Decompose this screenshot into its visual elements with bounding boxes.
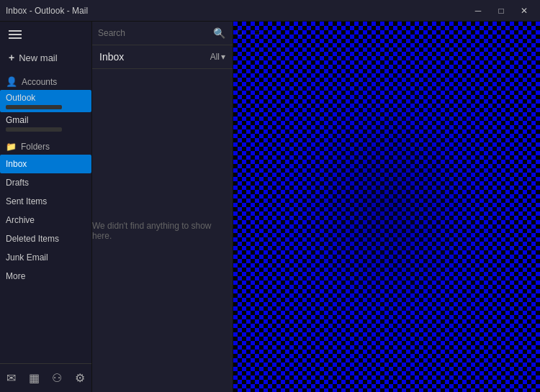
folders-label: Folders	[21, 142, 50, 152]
account-email-gmail	[6, 127, 62, 132]
folder-label-drafts: Drafts	[6, 178, 29, 188]
content-panel: 🔍 ↻ ≡ Inbox All ▾ We didn't find anythin…	[92, 22, 233, 392]
new-mail-label: New mail	[19, 53, 57, 63]
inbox-title: Inbox	[99, 51, 124, 63]
folders-section-header: 📁 Folders	[0, 135, 91, 155]
accounts-label: Accounts	[22, 77, 57, 87]
titlebar: Inbox - Outlook - Mail ─ □ ✕	[0, 0, 540, 22]
checkerboard-background	[233, 22, 540, 392]
search-button[interactable]: 🔍	[210, 26, 228, 40]
filter-label: All	[210, 52, 220, 62]
account-item-outlook[interactable]: Outlook	[0, 90, 91, 112]
people-nav-button[interactable]: ⚇	[46, 368, 68, 388]
search-input[interactable]	[98, 28, 206, 38]
account-name-outlook: Outlook	[6, 93, 86, 103]
maximize-button[interactable]: □	[491, 3, 511, 19]
hamburger-button[interactable]	[6, 27, 24, 42]
folder-label-more: More	[6, 271, 25, 281]
folder-item-inbox[interactable]: Inbox	[0, 155, 91, 173]
mail-nav-button[interactable]: ✉	[1, 368, 22, 388]
folder-label-deleted: Deleted Items	[6, 234, 59, 244]
accounts-section-header: 👤 Accounts	[0, 70, 91, 90]
hamburger-line-3	[9, 37, 22, 39]
folder-item-deleted[interactable]: Deleted Items	[0, 229, 91, 248]
account-email-outlook	[6, 105, 62, 109]
folder-item-junk[interactable]: Junk Email	[0, 248, 91, 267]
hamburger-line-1	[9, 30, 22, 32]
hamburger-line-2	[9, 34, 22, 35]
folder-item-archive[interactable]: Archive	[0, 211, 91, 229]
folder-item-sent[interactable]: Sent Items	[0, 192, 91, 211]
calendar-nav-button[interactable]: ▦	[23, 368, 45, 388]
window-title: Inbox - Outlook - Mail	[6, 6, 88, 16]
empty-state: We didn't find anything to show here.	[92, 69, 233, 392]
toolbar: 🔍 ↻ ≡	[92, 22, 233, 45]
minimize-button[interactable]: ─	[468, 3, 488, 19]
folder-label-junk: Junk Email	[6, 252, 48, 263]
filter-button[interactable]: All ▾	[210, 52, 225, 62]
new-mail-button[interactable]: + New mail	[6, 47, 86, 68]
filter-chevron-icon: ▾	[221, 52, 225, 62]
folders-icon: 📁	[6, 142, 17, 152]
main-layout: + New mail 👤 Accounts Outlook Gmail 📁 Fo…	[0, 22, 540, 392]
account-item-gmail[interactable]: Gmail	[0, 112, 91, 135]
folder-label-archive: Archive	[6, 215, 35, 225]
folder-item-drafts[interactable]: Drafts	[0, 173, 91, 192]
account-name-gmail: Gmail	[6, 115, 86, 125]
close-button[interactable]: ✕	[514, 3, 534, 19]
sidebar-bottom-nav: ✉ ▦ ⚇ ⚙	[0, 363, 91, 392]
folder-item-more[interactable]: More	[0, 267, 91, 286]
accounts-icon: 👤	[6, 76, 17, 87]
right-panel	[233, 22, 540, 392]
settings-nav-button[interactable]: ⚙	[69, 368, 91, 388]
sidebar: + New mail 👤 Accounts Outlook Gmail 📁 Fo…	[0, 22, 92, 392]
inbox-header: Inbox All ▾	[92, 45, 233, 69]
empty-message: We didn't find anything to show here.	[92, 221, 233, 241]
window-controls: ─ □ ✕	[468, 3, 534, 19]
sidebar-top: + New mail	[0, 22, 91, 70]
folder-label-inbox: Inbox	[6, 159, 27, 169]
new-mail-icon: +	[9, 52, 14, 63]
folder-label-sent: Sent Items	[6, 196, 47, 206]
